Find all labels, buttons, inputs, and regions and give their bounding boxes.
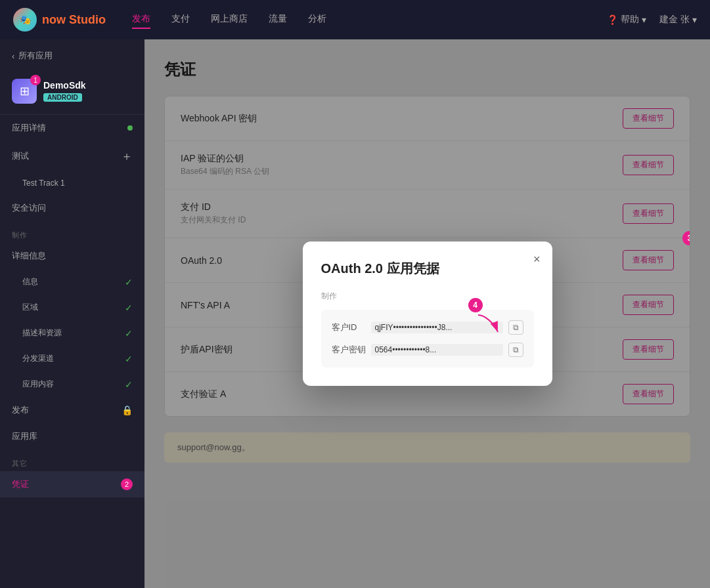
logo: 🎭 now Studio bbox=[13, 8, 106, 32]
annotation-arrow bbox=[475, 314, 501, 333]
logo-icon: 🎭 bbox=[13, 8, 37, 32]
sidebar-item-credentials[interactable]: 凭证 2 bbox=[0, 471, 144, 497]
sidebar-back-button[interactable]: ‹ 所有应用 bbox=[0, 39, 144, 72]
lock-icon: 🔒 bbox=[122, 405, 133, 415]
help-chevron-icon: ▾ bbox=[642, 14, 646, 25]
plus-icon: ＋ bbox=[121, 148, 133, 164]
topnav-menu: 发布 支付 网上商店 流量 分析 bbox=[132, 10, 607, 29]
nav-analysis[interactable]: 分析 bbox=[308, 10, 326, 29]
main-content: 凭证 Webhook API 密钥 查看细节 IAP 验证的公钥 Base64 … bbox=[144, 39, 710, 588]
sidebar-app-info: ⊞ 1 DemoSdk ANDROID bbox=[0, 72, 144, 115]
sidebar-item-label: 凭证 bbox=[12, 478, 29, 490]
back-arrow-icon: ‹ bbox=[12, 51, 14, 61]
nav-publish[interactable]: 发布 bbox=[132, 10, 150, 29]
sidebar-item-label: 信息 bbox=[22, 276, 38, 287]
check-icon: ✓ bbox=[125, 354, 133, 364]
sidebar-back-label: 所有应用 bbox=[18, 50, 53, 62]
sidebar-item-test-track[interactable]: Test Track 1 bbox=[0, 171, 144, 195]
sidebar-item-info[interactable]: 信息 ✓ bbox=[0, 269, 144, 295]
modal-close-button[interactable]: × bbox=[533, 253, 541, 265]
check-icon: ✓ bbox=[125, 277, 133, 287]
sidebar-item-label: 描述和资源 bbox=[22, 327, 62, 339]
sidebar-item-label: 测试 bbox=[12, 150, 29, 162]
sidebar-item-app-store[interactable]: 应用库 bbox=[0, 423, 144, 450]
client-secret-label: 客户密钥 bbox=[332, 344, 366, 356]
sidebar-item-app-detail[interactable]: 应用详情 bbox=[0, 115, 144, 141]
client-secret-value: 0564••••••••••••8... bbox=[371, 344, 503, 356]
sidebar-item-test[interactable]: 测试 ＋ bbox=[0, 141, 144, 171]
app-notification-badge: 1 bbox=[30, 75, 41, 85]
sidebar-item-details[interactable]: 详细信息 bbox=[0, 243, 144, 269]
logo-studio: Studio bbox=[69, 13, 106, 26]
copy-client-secret-button[interactable]: ⧉ bbox=[508, 343, 523, 357]
sidebar-item-label: 应用库 bbox=[12, 430, 37, 442]
modal-section-label: 制作 bbox=[321, 291, 534, 302]
nav-traffic[interactable]: 流量 bbox=[269, 10, 287, 29]
check-icon: ✓ bbox=[125, 379, 133, 390]
sidebar: ‹ 所有应用 ⊞ 1 DemoSdk ANDROID 应用详情 测试 ＋ Tes… bbox=[0, 39, 144, 588]
sidebar-item-label: 应用内容 bbox=[22, 379, 54, 390]
topnav-right: ❓ 帮助 ▾ 建金 张 ▾ bbox=[607, 14, 697, 26]
sidebar-item-label: Test Track 1 bbox=[22, 178, 65, 188]
modal-title: OAuth 2.0 应用凭据 bbox=[321, 260, 534, 278]
sidebar-item-app-content[interactable]: 应用内容 ✓ bbox=[0, 371, 144, 397]
user-button[interactable]: 建金 张 ▾ bbox=[659, 14, 697, 26]
sidebar-item-publish[interactable]: 发布 🔒 bbox=[0, 397, 144, 423]
sidebar-section-other: 其它 bbox=[0, 450, 144, 471]
app-platform-badge: ANDROID bbox=[43, 93, 82, 102]
modal-overlay[interactable]: OAuth 2.0 应用凭据 × 制作 4 bbox=[144, 39, 710, 588]
nav-store[interactable]: 网上商店 bbox=[211, 10, 248, 29]
sidebar-item-security[interactable]: 安全访问 bbox=[0, 195, 144, 221]
sidebar-item-label: 发布 bbox=[12, 404, 29, 416]
status-dot-icon bbox=[127, 125, 133, 131]
app-info-text: DemoSdk ANDROID bbox=[43, 80, 133, 102]
logo-now: now bbox=[42, 13, 66, 26]
modal-client-secret-field: 客户密钥 0564••••••••••••8... ⧉ bbox=[332, 343, 523, 357]
sidebar-item-label: 安全访问 bbox=[12, 202, 46, 214]
annotation-4-container: 4 bbox=[468, 298, 501, 333]
sidebar-item-distribution[interactable]: 分发渠道 ✓ bbox=[0, 346, 144, 371]
sidebar-item-region[interactable]: 区域 ✓ bbox=[0, 295, 144, 320]
sidebar-section-create: 制作 bbox=[0, 221, 144, 243]
check-icon: ✓ bbox=[125, 303, 133, 313]
modal-card: 4 客户ID qjFIY••••••••••••••••J bbox=[321, 310, 534, 368]
layout: ‹ 所有应用 ⊞ 1 DemoSdk ANDROID 应用详情 测试 ＋ Tes… bbox=[0, 39, 710, 588]
help-button[interactable]: ❓ 帮助 ▾ bbox=[607, 14, 646, 26]
sidebar-item-label: 分发渠道 bbox=[22, 353, 54, 364]
check-icon: ✓ bbox=[125, 328, 133, 339]
logo-text: now Studio bbox=[42, 13, 106, 27]
user-label: 建金 张 bbox=[659, 14, 690, 26]
app-name: DemoSdk bbox=[43, 80, 133, 91]
user-chevron-icon: ▾ bbox=[692, 14, 697, 25]
sidebar-item-label: 应用详情 bbox=[12, 122, 46, 134]
sidebar-item-description[interactable]: 描述和资源 ✓ bbox=[0, 320, 144, 346]
copy-client-id-button[interactable]: ⧉ bbox=[508, 320, 523, 335]
help-icon: ❓ bbox=[607, 14, 618, 25]
client-id-label: 客户ID bbox=[332, 322, 366, 333]
help-label: 帮助 bbox=[621, 14, 639, 26]
annotation-4: 4 bbox=[468, 298, 483, 312]
credentials-badge: 2 bbox=[121, 478, 133, 490]
sidebar-item-label: 区域 bbox=[22, 302, 38, 313]
sidebar-item-label: 详细信息 bbox=[12, 250, 46, 262]
nav-payment[interactable]: 支付 bbox=[171, 10, 190, 29]
topnav: 🎭 now Studio 发布 支付 网上商店 流量 分析 ❓ 帮助 ▾ 建金 … bbox=[0, 0, 710, 39]
oauth-modal: OAuth 2.0 应用凭据 × 制作 4 bbox=[303, 242, 552, 386]
app-icon: ⊞ 1 bbox=[12, 79, 37, 104]
